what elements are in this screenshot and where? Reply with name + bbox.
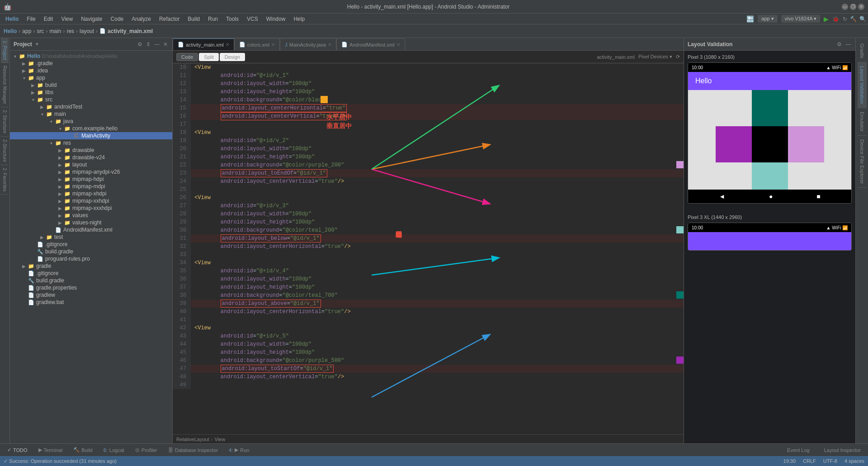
build-icon[interactable]: 🔨 — [850, 16, 857, 22]
tab-mainactivity-java[interactable]: J MainActivity.java ✕ — [280, 38, 336, 50]
bottom-tab-profiler[interactable]: ◎ Profiler — [132, 446, 161, 454]
tree-drawable-v24[interactable]: ▶ 📁 drawable-v24 — [10, 154, 172, 161]
layout-inspector-btn[interactable]: Layout Inspector — [821, 447, 864, 454]
tree-src[interactable]: ▾ 📁 src — [10, 96, 172, 103]
search-icon[interactable]: 🔍 — [859, 16, 866, 22]
mode-code-button[interactable]: Code — [176, 53, 198, 61]
menu-help[interactable]: Help — [290, 15, 308, 23]
tree-values[interactable]: ▶ 📁 values — [10, 212, 172, 219]
menu-view[interactable]: View — [57, 15, 76, 23]
tab-manifest[interactable]: 📄 AndroidManifest.xml ✕ — [336, 38, 405, 50]
event-log-btn[interactable]: Event Log — [783, 447, 813, 454]
menu-vcs[interactable]: VCS — [243, 15, 262, 23]
bottom-tab-logcat[interactable]: 6: Logcat — [100, 447, 128, 454]
panel-icon-expand[interactable]: ⇕ — [145, 40, 151, 48]
tree-layout[interactable]: ▶ 📁 layout — [10, 161, 172, 168]
code-editor[interactable]: 10 <View 11 android:id="@+id/v_1" 12 and… — [173, 63, 684, 434]
bottom-tab-run[interactable]: 4: ▶ Run — [225, 446, 253, 454]
mode-design-button[interactable]: Design — [220, 53, 245, 61]
tab-close-manifest[interactable]: ✕ — [396, 42, 400, 47]
tab-close-java[interactable]: ✕ — [328, 42, 331, 47]
menu-run[interactable]: Run — [204, 15, 222, 23]
tree-gradle-hidden[interactable]: ▶ 📁 .gradle — [10, 60, 172, 67]
panel-icon-settings[interactable]: ⚙ — [137, 40, 143, 48]
preview-refresh-icon[interactable]: ⟳ — [676, 54, 680, 60]
sidebar-item-structure[interactable]: 2: Structure — [1, 107, 9, 137]
tree-mipmap-hdpi[interactable]: ▶ 📁 mipmap-hdpi — [10, 176, 172, 183]
tree-mainactivity[interactable]: C MainActivity — [10, 132, 172, 139]
tab-colors[interactable]: 📄 colors.xml ✕ — [234, 38, 280, 50]
tree-test[interactable]: ▶ 📁 test — [10, 233, 172, 241]
tree-build-gradle-root[interactable]: 🔧 build.gradle — [10, 277, 172, 284]
tab-close-colors[interactable]: ✕ — [271, 42, 275, 47]
tree-drawable[interactable]: ▶ 📁 drawable — [10, 147, 172, 154]
tree-gradlew[interactable]: 📄 gradlew — [10, 291, 172, 299]
tree-mipmap-xxxhdpi[interactable]: ▶ 📁 mipmap-xxxhdpi — [10, 204, 172, 212]
tree-androidtest[interactable]: ▶ 📁 androidTest — [10, 103, 172, 110]
panel-icon-minimize[interactable]: ✕ — [162, 40, 169, 48]
device-dropdown[interactable]: vivo V1824A ▾ — [781, 15, 820, 23]
nav-back-icon[interactable]: 🔙 — [746, 15, 754, 23]
run-config-dropdown[interactable]: app ▾ — [758, 15, 777, 23]
menu-navigate[interactable]: Navigate — [77, 15, 106, 23]
menu-code[interactable]: Code — [107, 15, 127, 23]
tree-build-gradle-app[interactable]: 🔧 build.gradle — [10, 248, 172, 255]
tree-gradlew-bat[interactable]: 📄 gradlew.bat — [10, 299, 172, 306]
right-panel-settings-icon[interactable]: ⚙ — [836, 40, 843, 48]
tree-mipmap-any[interactable]: ▶ 📁 mipmap-anydpi-v26 — [10, 168, 172, 176]
tree-gitignore-root[interactable]: 📄 .gitignore — [10, 270, 172, 277]
tree-res[interactable]: ▾ 📁 res — [10, 139, 172, 147]
sidebar-item-favorites[interactable]: 2: Favorites — [1, 165, 9, 195]
panel-icon-close[interactable]: — — [153, 40, 160, 48]
right-panel-minimize-icon[interactable]: — — [844, 40, 852, 48]
tree-java[interactable]: ▾ 📁 java — [10, 118, 172, 125]
minimize-button[interactable]: — — [842, 4, 848, 10]
tab-activity-main[interactable]: 📄 activity_main.xml ✕ — [173, 38, 234, 50]
menu-analyze[interactable]: Analyze — [128, 15, 155, 23]
tree-idea[interactable]: ▶ 📁 .idea — [10, 67, 172, 74]
close-button[interactable]: ✕ — [858, 4, 864, 10]
sidebar-item-zstructure[interactable]: Z-Structure — [1, 137, 9, 165]
tree-root[interactable]: ▾ 📁 Hello D:\install\Android\Androidwp\H… — [10, 52, 172, 60]
tree-app[interactable]: ▾ 📁 app — [10, 74, 172, 81]
tree-mipmap-mdpi[interactable]: ▶ 📁 mipmap-mdpi — [10, 183, 172, 190]
menu-hello[interactable]: Hello — [2, 15, 22, 23]
sidebar-item-resource[interactable]: Resource Manager — [1, 63, 9, 107]
tab-close-activity[interactable]: ✕ — [226, 42, 229, 47]
pixel-devices-dropdown[interactable]: Pixel Devices ▾ — [638, 54, 672, 60]
bottom-tab-terminal[interactable]: ▶ Terminal — [35, 446, 66, 454]
tree-manifest[interactable]: 📄 AndroidManifest.xml — [10, 226, 172, 233]
tree-gradle-properties[interactable]: 📄 gradle.properties — [10, 284, 172, 291]
bottom-tab-build[interactable]: 🔨 Build — [70, 446, 96, 454]
tree-mipmap-xxhdpi[interactable]: ▶ 📁 mipmap-xxhdpi — [10, 197, 172, 204]
run-button[interactable]: ▶ — [824, 15, 829, 23]
menu-window[interactable]: Window — [263, 15, 289, 23]
vtab-layout-validation[interactable]: Layout Validation — [858, 62, 867, 108]
mode-split-button[interactable]: Split — [199, 53, 218, 61]
tree-package[interactable]: ▾ 📁 com.example.hello — [10, 125, 172, 132]
vtab-emulator[interactable]: Emulator — [858, 108, 867, 136]
tree-libs[interactable]: ▶ 📁 libs — [10, 89, 172, 96]
bottom-tab-database[interactable]: 🗄 Database Inspector — [165, 447, 222, 454]
tree-mipmap-xhdpi[interactable]: ▶ 📁 mipmap-xhdpi — [10, 190, 172, 197]
menu-build[interactable]: Build — [184, 15, 203, 23]
sync-icon[interactable]: ↻ — [843, 16, 847, 22]
tree-values-night[interactable]: ▶ 📁 values-night — [10, 219, 172, 226]
menu-tools[interactable]: Tools — [222, 15, 242, 23]
tree-proguard[interactable]: 📄 proguard-rules.pro — [10, 255, 172, 262]
vtab-device-file[interactable]: Device File Explorer — [858, 136, 867, 188]
sidebar-item-project[interactable]: 1: Project — [1, 38, 9, 63]
tree-gradle-root[interactable]: ▶ 📁 gradle — [10, 262, 172, 270]
menu-edit[interactable]: Edit — [40, 15, 57, 23]
tree-main[interactable]: ▾ 📁 main — [10, 110, 172, 118]
menu-file[interactable]: File — [23, 15, 39, 23]
project-dropdown-icon[interactable]: ▾ — [36, 41, 38, 47]
tree-build[interactable]: ▶ 📁 build — [10, 81, 172, 89]
bottom-tab-todo[interactable]: ✓ TODO — [4, 446, 31, 454]
editor-section: 📄 activity_main.xml ✕ 📄 colors.xml ✕ J M… — [173, 38, 684, 443]
menu-refactor[interactable]: Refactor — [156, 15, 183, 23]
vtab-gradle[interactable]: Gradle — [858, 40, 867, 62]
maximize-button[interactable]: ❐ — [850, 4, 856, 10]
debug-button[interactable]: 🐞 — [832, 16, 839, 22]
tree-gitignore-app[interactable]: 📄 .gitignore — [10, 241, 172, 248]
